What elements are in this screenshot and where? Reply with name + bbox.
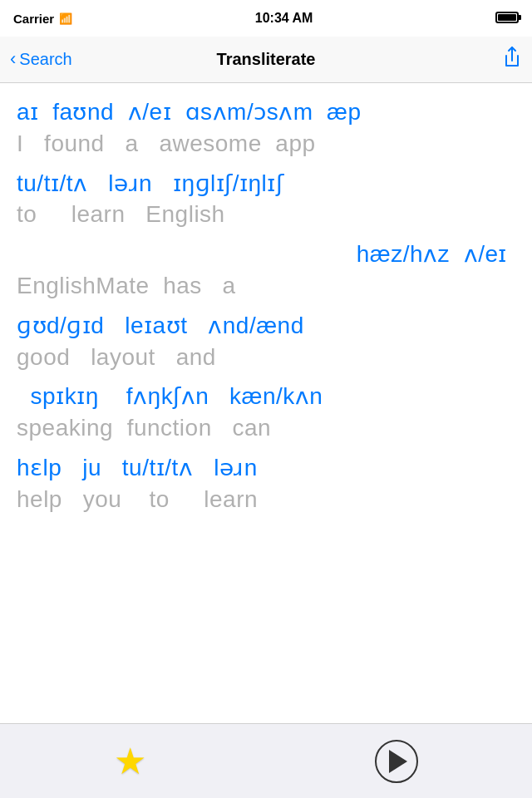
phonetic-4: ɡʊd/ɡɪd leɪaʊt ʌnd/ænd [17,310,515,342]
back-label: Search [19,50,71,69]
nav-bar: ‹ Search Transliterate [0,37,532,83]
phonetic-6: hɛlp ju tu/tɪ/tʌ ləɹn [17,452,515,484]
page-title: Transliterate [217,50,316,69]
line-pair-4: ɡʊd/ɡɪd leɪaʊt ʌnd/ænd good layout and [17,310,515,373]
status-left: Carrier 📶 [13,12,72,26]
line-pair-6: hɛlp ju tu/tɪ/tʌ ləɹn help you to learn [17,452,515,515]
english-5: speaking function can [17,412,515,444]
favorites-tab[interactable]: ★ [114,740,146,782]
status-time: 10:34 AM [255,11,313,26]
phonetic-2: tu/tɪ/tʌ ləɹn ɪŋɡlɪʃ/ɪŋlɪʃ [17,168,515,200]
battery-icon [495,12,519,23]
share-icon [502,46,522,69]
star-icon: ★ [114,740,146,782]
phonetic-1: aɪ faʊnd ʌ/eɪ ɑsʌm/ɔsʌm æp [17,96,515,128]
share-button[interactable] [502,46,522,74]
english-4: good layout and [17,342,515,373]
status-right [495,12,519,26]
back-button[interactable]: ‹ Search [10,50,72,69]
phonetic-3: hæz/hʌz ʌ/eɪ [17,239,515,270]
english-3: EnglishMate has a [17,270,515,302]
english-6: help you to learn [17,484,515,515]
tab-bar: ★ [0,723,532,798]
play-button[interactable] [375,740,418,783]
english-1: I found a awesome app [17,128,515,160]
main-content: aɪ faʊnd ʌ/eɪ ɑsʌm/ɔsʌm æp I found a awe… [0,83,532,515]
status-bar: Carrier 📶 10:34 AM [0,0,532,37]
play-icon [389,750,407,773]
line-pair-1: aɪ faʊnd ʌ/eɪ ɑsʌm/ɔsʌm æp I found a awe… [17,96,515,160]
carrier-label: Carrier [13,12,54,26]
line-pair-3: hæz/hʌz ʌ/eɪ EnglishMate has a [17,239,515,302]
line-pair-2: tu/tɪ/tʌ ləɹn ɪŋɡlɪʃ/ɪŋlɪʃ to learn Engl… [17,168,515,231]
line-pair-5: spɪkɪŋ fʌŋkʃʌn kæn/kʌn speaking function… [17,381,515,444]
phonetic-5: spɪkɪŋ fʌŋkʃʌn kæn/kʌn [17,381,515,412]
chevron-left-icon: ‹ [10,50,16,68]
wifi-icon: 📶 [59,12,72,25]
play-tab[interactable] [375,740,418,783]
english-2: to learn English [17,199,515,230]
